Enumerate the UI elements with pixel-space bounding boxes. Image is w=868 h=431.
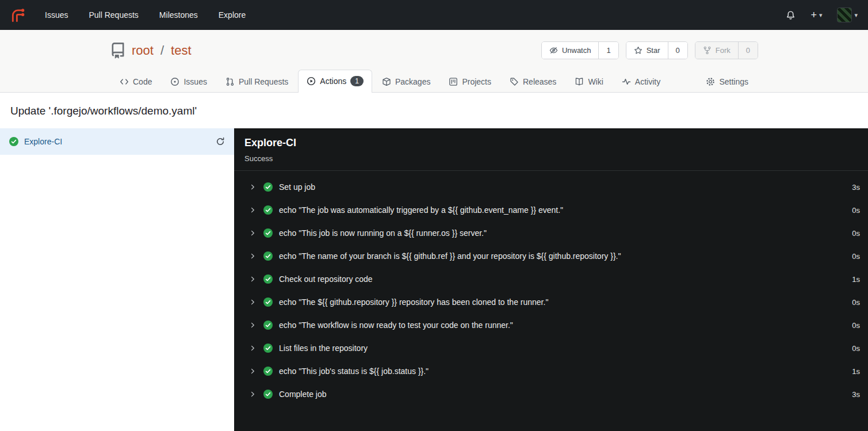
- check-circle-icon: [263, 297, 273, 307]
- create-new-button[interactable]: + ▾: [810, 10, 822, 20]
- user-menu-button[interactable]: ▾: [837, 7, 858, 22]
- chevron-right-icon: [249, 391, 256, 398]
- check-circle-icon: [263, 251, 273, 261]
- tab-activity[interactable]: Activity: [613, 71, 669, 93]
- job-log-panel: Explore-CI Success Set up job 3s echo "T…: [234, 128, 868, 431]
- top-navbar: Issues Pull Requests Milestones Explore …: [0, 0, 868, 30]
- tab-wiki[interactable]: Wiki: [566, 71, 611, 93]
- step-duration: 1s: [852, 367, 860, 376]
- step-name: echo "This job is now running on a ${{ r…: [279, 228, 487, 238]
- step-row[interactable]: echo "The job was automatically triggere…: [234, 199, 868, 222]
- check-circle-icon: [263, 344, 273, 353]
- step-name: echo "The ${{ github.repository }} repos…: [279, 297, 548, 307]
- fork-button-group: Fork 0: [695, 41, 758, 59]
- chevron-right-icon: [249, 253, 256, 260]
- tab-actions[interactable]: Actions 1: [298, 70, 372, 93]
- step-duration: 0s: [852, 344, 860, 353]
- step-name: echo "This job's status is ${{ job.statu…: [279, 367, 429, 376]
- play-circle-icon: [307, 77, 316, 86]
- repo-header: root / test Unwatch 1: [0, 30, 868, 93]
- step-row[interactable]: Check out repository code 1s: [234, 268, 868, 291]
- step-duration: 3s: [852, 183, 860, 192]
- tab-releases-label: Releases: [523, 77, 556, 86]
- repo-title: root / test: [110, 43, 192, 59]
- tab-issues[interactable]: Issues: [162, 71, 215, 93]
- repo-actions: Unwatch 1 Star 0: [541, 41, 758, 59]
- forgejo-logo[interactable]: [10, 7, 25, 22]
- chevron-right-icon: [249, 276, 256, 283]
- step-name: echo "The job was automatically triggere…: [279, 205, 563, 215]
- code-icon: [120, 77, 129, 86]
- step-duration: 0s: [852, 321, 860, 330]
- avatar: [837, 7, 852, 22]
- tab-pull-requests-label: Pull Requests: [239, 77, 288, 86]
- step-row[interactable]: List files in the repository 0s: [234, 337, 868, 360]
- step-row[interactable]: Set up job 3s: [234, 176, 868, 199]
- check-circle-icon: [9, 137, 18, 146]
- project-icon: [449, 77, 458, 86]
- step-duration: 0s: [852, 298, 860, 307]
- forgejo-logo-icon: [10, 7, 25, 22]
- star-count[interactable]: 0: [668, 42, 687, 59]
- step-row[interactable]: echo "The workflow is now ready to test …: [234, 314, 868, 337]
- tab-issues-label: Issues: [183, 77, 207, 86]
- step-row[interactable]: echo "The ${{ github.repository }} repos…: [234, 291, 868, 314]
- star-button-group: Star 0: [626, 41, 688, 59]
- step-name: Complete job: [279, 390, 327, 399]
- step-name: List files in the repository: [279, 344, 368, 353]
- tab-projects-label: Projects: [462, 77, 491, 86]
- step-name: Set up job: [279, 182, 315, 192]
- primary-nav: Issues Pull Requests Milestones Explore: [45, 10, 246, 20]
- tab-releases[interactable]: Releases: [501, 71, 565, 93]
- gear-icon: [706, 77, 715, 86]
- refresh-job-button[interactable]: [216, 137, 225, 146]
- pulse-icon: [622, 77, 631, 86]
- step-duration: 0s: [852, 252, 860, 261]
- repo-name-link[interactable]: test: [171, 43, 191, 58]
- tab-settings-label: Settings: [719, 77, 748, 86]
- check-circle-icon: [263, 182, 273, 192]
- bell-icon: [786, 10, 796, 20]
- tab-actions-label: Actions: [320, 77, 346, 86]
- unwatch-button[interactable]: Unwatch: [542, 42, 599, 59]
- check-circle-icon: [263, 228, 273, 238]
- package-icon: [382, 77, 391, 86]
- step-duration: 3s: [852, 390, 860, 399]
- git-pull-request-icon: [225, 77, 235, 86]
- tab-projects[interactable]: Projects: [440, 71, 500, 93]
- nav-item-explore[interactable]: Explore: [219, 10, 246, 20]
- nav-item-milestones[interactable]: Milestones: [159, 10, 198, 20]
- chevron-down-icon: ▾: [854, 12, 858, 19]
- repo-owner-link[interactable]: root: [132, 43, 154, 58]
- tab-pull-requests[interactable]: Pull Requests: [217, 71, 297, 93]
- job-item-explore-ci[interactable]: Explore-CI: [0, 128, 234, 155]
- star-label: Star: [647, 46, 660, 55]
- run-content: Explore-CI Explore-CI Success Set up job…: [0, 128, 868, 431]
- nav-item-issues[interactable]: Issues: [45, 10, 68, 20]
- fork-label: Fork: [716, 46, 731, 55]
- step-row[interactable]: echo "This job is now running on a ${{ r…: [234, 222, 868, 245]
- unwatch-count[interactable]: 1: [598, 42, 618, 59]
- star-button[interactable]: Star: [626, 42, 668, 59]
- unwatch-label: Unwatch: [562, 46, 591, 55]
- notifications-button[interactable]: [786, 10, 796, 20]
- step-name: Check out repository code: [279, 274, 373, 284]
- step-duration: 0s: [852, 206, 860, 215]
- tab-activity-label: Activity: [635, 77, 660, 86]
- job-panel-header: Explore-CI Success: [234, 128, 868, 171]
- unwatch-button-group: Unwatch 1: [541, 41, 619, 59]
- tab-settings[interactable]: Settings: [697, 71, 757, 93]
- check-circle-icon: [263, 367, 273, 376]
- sync-icon: [216, 137, 225, 146]
- job-item-label: Explore-CI: [24, 137, 62, 146]
- tag-icon: [510, 77, 519, 86]
- nav-item-pull-requests[interactable]: Pull Requests: [89, 10, 138, 20]
- step-row[interactable]: Complete job 3s: [234, 383, 868, 406]
- tab-code[interactable]: Code: [111, 71, 160, 93]
- step-duration: 1s: [852, 275, 860, 284]
- chevron-right-icon: [249, 184, 256, 190]
- step-row[interactable]: echo "The name of your branch is ${{ git…: [234, 245, 868, 268]
- tab-packages[interactable]: Packages: [373, 71, 439, 93]
- step-row[interactable]: echo "This job's status is ${{ job.statu…: [234, 360, 868, 383]
- fork-icon: [703, 46, 712, 55]
